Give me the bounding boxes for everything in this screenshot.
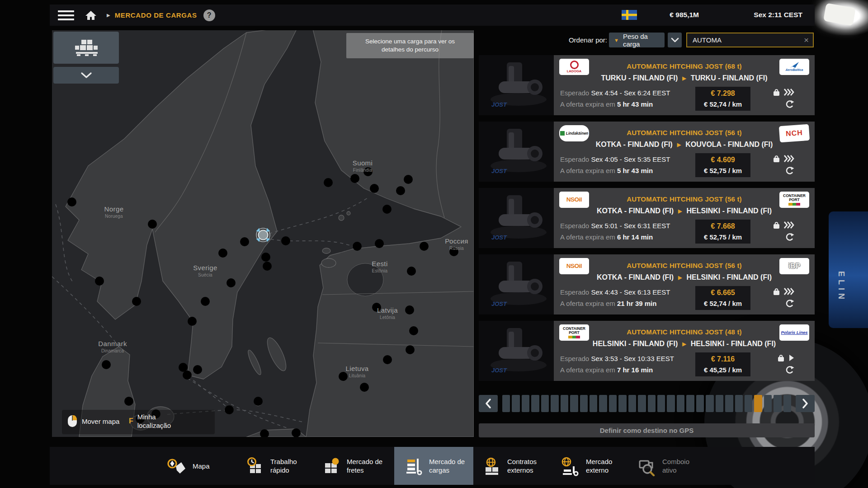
page-segment[interactable] <box>628 395 636 412</box>
page-segment[interactable] <box>561 395 568 412</box>
page-segment[interactable] <box>696 395 704 412</box>
city-dot[interactable] <box>261 253 270 262</box>
city-dot[interactable] <box>372 303 381 312</box>
page-segment[interactable] <box>609 395 617 412</box>
cargo-offer-card[interactable]: JOST CONTAINER PORT AUTOMATIC HITCHING J… <box>479 321 815 381</box>
city-dot[interactable] <box>226 278 236 287</box>
move-map-hint: Mover mapa <box>67 415 119 427</box>
city-dot[interactable] <box>350 174 359 183</box>
page-segment[interactable] <box>716 395 723 412</box>
city-dot[interactable] <box>67 197 76 206</box>
page-segment[interactable] <box>686 395 694 412</box>
city-dot[interactable] <box>409 326 418 335</box>
map[interactable] <box>52 30 474 437</box>
page-segment[interactable] <box>774 395 781 412</box>
page-segment[interactable] <box>531 395 539 412</box>
tab-external-market[interactable]: Mercado externo <box>559 447 612 485</box>
menu-icon[interactable] <box>58 8 74 23</box>
sort-dropdown[interactable]: ▼ Peso da carga <box>609 33 665 47</box>
search-input[interactable] <box>687 36 804 44</box>
page-segment[interactable] <box>522 395 529 412</box>
page-previous-button[interactable] <box>479 395 498 412</box>
city-dot[interactable] <box>201 297 210 306</box>
page-segment[interactable] <box>657 395 665 412</box>
city-dot[interactable] <box>370 184 379 193</box>
page-segment[interactable] <box>735 395 743 412</box>
page-segment[interactable] <box>677 395 684 412</box>
city-dot[interactable] <box>263 262 272 271</box>
page-segment[interactable] <box>580 395 588 412</box>
city-dot[interactable] <box>382 205 392 214</box>
clear-search-icon[interactable]: × <box>804 36 809 44</box>
page-segment[interactable] <box>618 395 626 412</box>
city-dot[interactable] <box>375 239 384 248</box>
headlight-decoration <box>812 0 868 35</box>
expiry-time: 5 hr 43 min <box>617 167 653 174</box>
city-dot[interactable] <box>360 383 369 392</box>
city-dot[interactable] <box>132 297 141 306</box>
city-dot[interactable] <box>449 247 458 256</box>
city-dot[interactable] <box>324 178 333 187</box>
city-dot[interactable] <box>406 345 415 354</box>
page-segment[interactable] <box>512 395 519 412</box>
cargo-title: AUTOMATIC HITCHING JOST (48 t) <box>592 328 777 336</box>
city-dot[interactable] <box>148 220 157 229</box>
page-segment[interactable] <box>745 395 752 412</box>
cargo-display-button[interactable] <box>53 32 119 64</box>
city-dot[interactable] <box>183 371 192 380</box>
page-segment[interactable] <box>754 395 762 412</box>
cargo-offer-card[interactable]: JOST LADOGA AUTOMATIC HITCHING JOST (68 … <box>479 55 815 115</box>
city-dot[interactable] <box>281 236 290 245</box>
page-segment[interactable] <box>648 395 656 412</box>
shipper-logo: LADOGA <box>559 59 589 75</box>
collapse-button[interactable] <box>53 67 119 84</box>
cargo-price: € 7.116 <box>695 354 750 365</box>
page-segment[interactable] <box>667 395 675 412</box>
page-segment[interactable] <box>764 395 772 412</box>
tab-quick-job[interactable]: Trabalho rápido <box>244 447 297 485</box>
city-dot[interactable] <box>95 277 104 286</box>
page-segment[interactable] <box>541 395 549 412</box>
page-segment[interactable] <box>570 395 578 412</box>
page-segment[interactable] <box>638 395 646 412</box>
tab-external-contracts[interactable]: Contratos externos <box>481 447 537 485</box>
page-next-button[interactable] <box>796 395 815 412</box>
page-segment[interactable] <box>590 395 597 412</box>
page-segment[interactable] <box>599 395 607 412</box>
sort-expand-button[interactable] <box>668 33 682 47</box>
city-dot[interactable] <box>179 363 188 372</box>
city-dot[interactable] <box>383 355 392 364</box>
cargo-offer-card[interactable]: JOST Lindakäinen AUTOMATIC HITCHING JOST… <box>479 122 815 182</box>
page-segment[interactable] <box>502 395 510 412</box>
city-dot[interactable] <box>363 167 373 176</box>
high-urgency-icon <box>783 221 795 229</box>
city-dot[interactable] <box>339 372 348 381</box>
tab-map[interactable]: Mapa <box>166 447 210 485</box>
page-segment[interactable] <box>725 395 733 412</box>
cargo-meta: Esperado Sex 4:43 - Sex 6:13 EEST A ofer… <box>560 286 670 309</box>
city-dot[interactable] <box>405 305 414 314</box>
tab-cargo-market[interactable]: Mercado de cargas <box>394 447 473 485</box>
city-dot[interactable] <box>102 360 111 369</box>
city-dot[interactable] <box>420 242 429 251</box>
help-icon[interactable]: ? <box>203 9 215 21</box>
city-dot[interactable] <box>240 237 249 246</box>
set-gps-destination-button[interactable]: Definir como destino no GPS <box>479 423 815 437</box>
city-dot[interactable] <box>225 405 234 414</box>
tab-freight-market[interactable]: Mercado de fretes <box>320 447 382 485</box>
cargo-offer-card[interactable]: JOST NSOil AUTOMATIC HITCHING JOST (56 t… <box>479 188 815 248</box>
city-dot[interactable] <box>218 249 227 258</box>
page-segment[interactable] <box>783 395 791 412</box>
cargo-offer-card[interactable]: JOST NSOil AUTOMATIC HITCHING JOST (56 t… <box>479 254 815 314</box>
city-dot[interactable] <box>124 397 133 406</box>
page-segment[interactable] <box>706 395 713 412</box>
page-segment[interactable] <box>551 395 558 412</box>
city-dot[interactable] <box>188 317 197 326</box>
home-icon[interactable] <box>85 10 97 21</box>
city-dot[interactable] <box>193 365 202 374</box>
city-dot[interactable] <box>396 186 405 195</box>
city-dot[interactable] <box>353 242 362 251</box>
city-dot[interactable] <box>404 175 413 184</box>
city-dot[interactable] <box>407 267 416 276</box>
city-dot[interactable] <box>254 397 263 406</box>
